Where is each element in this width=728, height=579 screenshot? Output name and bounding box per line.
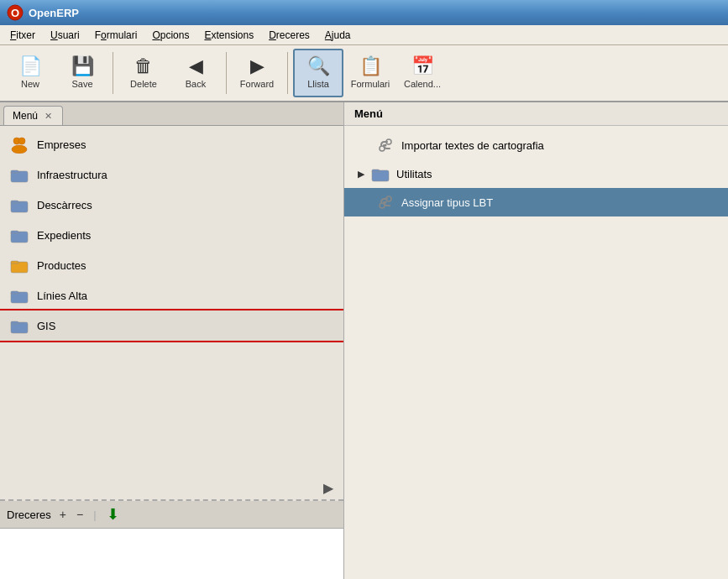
dreceres-content xyxy=(0,529,343,579)
toolbar-icon-delete: 🗑 xyxy=(134,57,153,76)
menu-bar-item-opcions[interactable]: Opcions xyxy=(145,28,196,43)
dreceres-header: Dreceres + − | ⬇ xyxy=(0,501,343,529)
dreceres-remove-btn[interactable]: − xyxy=(75,508,85,521)
toolbar-icon-new: 📄 xyxy=(19,57,42,76)
menu-bar-item-ajuda[interactable]: Ajuda xyxy=(318,28,358,43)
right-icon-utilitats xyxy=(371,164,390,183)
sidebar-label-linies-alta: Línies Alta xyxy=(37,290,87,302)
menu-tab-close[interactable]: ✕ xyxy=(45,111,52,122)
menu-tab[interactable]: Menú ✕ xyxy=(3,106,63,125)
toolbar-btn-formulari[interactable]: 📋Formulari xyxy=(345,49,395,97)
toolbar: 📄New💾Save🗑Delete◀Back▶Forward🔍Llista📋For… xyxy=(0,45,728,102)
toolbar-icon-save: 💾 xyxy=(71,57,94,76)
toolbar-label-calendari: Calend... xyxy=(404,79,441,89)
right-label-utilitats: Utilitats xyxy=(396,168,432,180)
toolbar-icon-formulari: 📋 xyxy=(359,57,382,76)
toolbar-btn-delete[interactable]: 🗑Delete xyxy=(118,49,169,97)
sidebar-icon-linies-alta xyxy=(10,286,29,305)
sidebar-icon-empreses xyxy=(10,135,29,154)
expand-arrow[interactable]: ▶ xyxy=(0,477,343,499)
sidebar-icon-expedients xyxy=(10,226,29,244)
svg-point-13 xyxy=(385,144,387,147)
sidebar-icon-infraestructura xyxy=(10,165,29,184)
svg-text:O: O xyxy=(11,7,19,19)
right-icon-importar xyxy=(376,136,395,154)
dreceres-add-btn[interactable]: + xyxy=(58,508,68,521)
svg-point-16 xyxy=(380,203,385,208)
right-menu-item-assignar[interactable]: Assignar tipus LBT xyxy=(344,188,728,216)
right-label-assignar: Assignar tipus LBT xyxy=(401,196,493,209)
toolbar-btn-llista[interactable]: 🔍Llista xyxy=(293,49,343,97)
sidebar-icon-descarrecs xyxy=(10,196,29,214)
dreceres-label: Dreceres xyxy=(7,509,51,521)
sidebar-label-empreses: Empreses xyxy=(37,138,86,151)
sidebar-label-productes: Productes xyxy=(37,259,86,272)
app-title: OpenERP xyxy=(29,7,79,19)
svg-point-4 xyxy=(12,145,27,154)
sidebar-item-linies-alta[interactable]: Línies Alta xyxy=(0,280,343,310)
right-panel-header: Menú xyxy=(344,102,728,126)
toolbar-icon-back: ◀ xyxy=(189,57,203,76)
toolbar-label-save: Save xyxy=(71,79,92,89)
dreceres-download-btn[interactable]: ⬇ xyxy=(105,505,121,524)
right-menu-list: Importar textes de cartografia▶ Utilitat… xyxy=(344,126,728,222)
toolbar-icon-calendari: 📅 xyxy=(411,57,434,76)
sidebar-item-productes[interactable]: Productes xyxy=(0,250,343,280)
app-logo: O xyxy=(7,4,24,21)
right-menu-item-importar[interactable]: Importar textes de cartografia xyxy=(344,131,728,159)
toolbar-btn-forward[interactable]: ▶Forward xyxy=(232,49,282,97)
dreceres-panel: Dreceres + − | ⬇ xyxy=(0,499,343,579)
sidebar-item-expedients[interactable]: Expedients xyxy=(0,220,343,250)
menu-tab-label: Menú xyxy=(13,110,38,122)
sidebar-label-expedients: Expedients xyxy=(37,229,91,242)
toolbar-btn-back[interactable]: ◀Back xyxy=(170,49,221,97)
title-bar: O OpenERP xyxy=(0,0,728,25)
toolbar-separator-5 xyxy=(287,52,288,94)
sidebar-item-infraestructura[interactable]: Infraestructura xyxy=(0,159,343,190)
menu-bar-item-formulari[interactable]: Formulari xyxy=(88,28,144,43)
right-menu-item-utilitats[interactable]: ▶ Utilitats xyxy=(344,159,728,188)
sidebar-label-gis: GIS xyxy=(37,320,55,332)
toolbar-label-llista: Llista xyxy=(307,79,329,89)
toolbar-label-delete: Delete xyxy=(130,79,157,89)
menu-bar-item-extensions[interactable]: Extensions xyxy=(197,28,260,43)
toolbar-btn-new[interactable]: 📄New xyxy=(5,49,55,97)
toolbar-btn-save[interactable]: 💾Save xyxy=(57,49,107,97)
svg-point-17 xyxy=(385,201,387,204)
toolbar-separator-4 xyxy=(226,52,227,94)
sidebar-menu: Empreses Infraestructura Descàrrecs Expe… xyxy=(0,126,343,477)
svg-point-12 xyxy=(380,146,385,151)
toolbar-icon-forward: ▶ xyxy=(250,57,264,76)
tab-strip: Menú ✕ xyxy=(0,102,343,126)
right-panel: Menú Importar textes de cartografia▶ Uti… xyxy=(344,102,728,579)
toolbar-icon-llista: 🔍 xyxy=(307,57,330,76)
svg-point-3 xyxy=(18,138,25,144)
toolbar-label-back: Back xyxy=(186,79,206,89)
toolbar-label-formulari: Formulari xyxy=(351,79,390,89)
sidebar-icon-productes xyxy=(10,256,29,274)
sidebar-item-gis[interactable]: GIS xyxy=(0,310,343,341)
menu-bar-item-dreceres[interactable]: Dreceres xyxy=(262,28,317,43)
toolbar-btn-calendari[interactable]: 📅Calend... xyxy=(397,49,448,97)
menu-bar: FitxerUsuariFormulariOpcionsExtensionsDr… xyxy=(0,25,728,45)
menu-bar-item-fitxer[interactable]: Fitxer xyxy=(3,28,42,43)
toolbar-separator-2 xyxy=(113,52,113,94)
left-panel: Menú ✕ Empreses Infraestructura Descàrre… xyxy=(0,102,344,579)
toolbar-label-new: New xyxy=(21,79,39,89)
expand-arrow-utilitats: ▶ xyxy=(358,169,364,180)
right-label-importar: Importar textes de cartografia xyxy=(401,139,544,152)
sidebar-icon-gis xyxy=(10,316,29,335)
right-icon-assignar xyxy=(376,193,395,211)
sidebar-label-descarrecs: Descàrrecs xyxy=(37,199,92,211)
sidebar-item-descarrecs[interactable]: Descàrrecs xyxy=(0,190,343,220)
menu-bar-item-usuari[interactable]: Usuari xyxy=(44,28,86,43)
main-area: Menú ✕ Empreses Infraestructura Descàrre… xyxy=(0,102,728,579)
sidebar-label-infraestructura: Infraestructura xyxy=(37,169,107,181)
toolbar-label-forward: Forward xyxy=(240,79,274,89)
sidebar-item-empreses[interactable]: Empreses xyxy=(0,129,343,159)
